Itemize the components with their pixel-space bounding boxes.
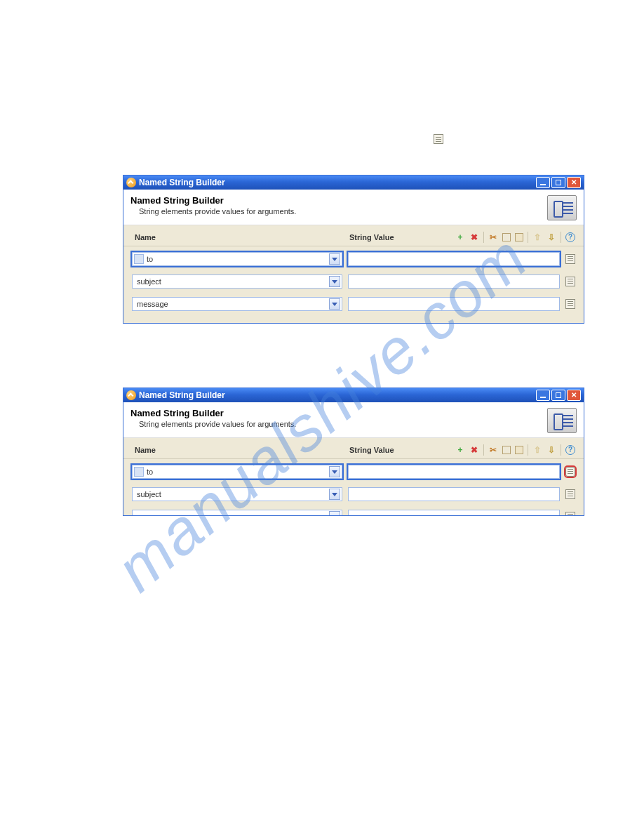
name-value: to (147, 255, 153, 263)
table-row[interactable]: message (132, 297, 575, 311)
separator (561, 232, 561, 243)
separator (528, 444, 528, 456)
table-row[interactable]: to (132, 252, 575, 266)
paste-icon[interactable] (515, 233, 523, 241)
window-title: Named String Builder (139, 178, 225, 187)
browse-icon[interactable] (565, 277, 575, 286)
chevron-down-icon[interactable] (329, 466, 340, 477)
paste-icon[interactable] (515, 446, 523, 454)
copy-icon[interactable] (502, 446, 511, 454)
name-value: subject (134, 490, 161, 498)
checklist-icon (547, 195, 577, 220)
table-row[interactable]: to (132, 465, 575, 479)
move-up-icon[interactable]: ⇧ (532, 445, 542, 455)
close-button[interactable] (567, 177, 581, 188)
app-icon (126, 178, 136, 187)
move-down-icon[interactable]: ⇩ (546, 232, 556, 242)
add-icon[interactable]: + (455, 232, 465, 242)
browse-icon[interactable] (565, 299, 575, 309)
help-icon[interactable]: ? (565, 445, 575, 455)
close-button[interactable] (567, 390, 581, 401)
browse-icon[interactable] (565, 489, 575, 499)
chevron-down-icon[interactable] (329, 489, 340, 500)
grid-icon-inline (434, 132, 443, 145)
chevron-down-icon[interactable] (329, 511, 340, 516)
row-icon (134, 254, 144, 264)
copy-icon[interactable] (502, 233, 511, 241)
browse-icon[interactable] (565, 254, 575, 264)
column-value: String Value (349, 446, 441, 454)
separator (528, 232, 528, 243)
value-input[interactable] (348, 510, 560, 516)
table-row[interactable]: subject (132, 487, 575, 501)
panel-header: Named String Builder String elements pro… (123, 402, 584, 438)
value-input[interactable] (348, 487, 560, 501)
chevron-down-icon[interactable] (329, 276, 340, 287)
name-dropdown[interactable]: message (132, 510, 342, 516)
panel-heading: Named String Builder (130, 195, 296, 206)
maximize-button[interactable] (551, 390, 565, 401)
help-icon[interactable]: ? (565, 232, 575, 242)
add-icon[interactable]: + (455, 445, 465, 455)
name-value: to (147, 468, 153, 476)
app-icon (126, 390, 136, 400)
minimize-button[interactable] (536, 390, 550, 401)
maximize-button[interactable] (551, 177, 565, 188)
separator (561, 444, 561, 456)
toolbar: + ✖ ✂ ⇧ ⇩ ? (455, 444, 575, 456)
value-input[interactable] (348, 252, 560, 266)
delete-icon[interactable]: ✖ (469, 445, 479, 455)
move-up-icon[interactable]: ⇧ (532, 232, 542, 242)
dialog-named-string-builder-1: Named String Builder Named String Builde… (123, 175, 584, 324)
name-dropdown[interactable]: subject (132, 487, 342, 501)
column-headers: Name String Value + ✖ ✂ ⇧ ⇩ ? (123, 228, 584, 246)
name-dropdown[interactable]: message (132, 297, 342, 311)
checklist-icon (547, 408, 577, 433)
separator (483, 444, 484, 456)
cut-icon[interactable]: ✂ (488, 445, 498, 455)
cut-icon[interactable]: ✂ (488, 232, 498, 242)
column-headers: Name String Value + ✖ ✂ ⇧ ⇩ ? (123, 441, 584, 459)
name-value: subject (134, 277, 161, 286)
value-input[interactable] (348, 297, 560, 311)
panel-heading: Named String Builder (130, 408, 296, 418)
delete-icon[interactable]: ✖ (469, 232, 479, 242)
chevron-down-icon[interactable] (329, 298, 340, 310)
browse-icon[interactable] (565, 512, 575, 516)
column-value: String Value (349, 233, 441, 241)
column-name: Name (132, 446, 349, 454)
name-value: message (134, 512, 168, 516)
table-row[interactable]: message (132, 510, 575, 516)
table-row[interactable]: subject (132, 274, 575, 289)
chevron-down-icon[interactable] (329, 253, 340, 265)
panel-subheading: String elements provide values for argum… (130, 420, 296, 428)
panel-header: Named String Builder String elements pro… (123, 190, 584, 225)
window-title: Named String Builder (139, 390, 225, 400)
value-input[interactable] (348, 274, 560, 289)
panel-subheading: String elements provide values for argum… (130, 207, 296, 216)
name-dropdown[interactable]: to (132, 252, 342, 266)
minimize-button[interactable] (536, 177, 550, 188)
value-input[interactable] (348, 465, 560, 479)
dialog-named-string-builder-2: Named String Builder Named String Builde… (123, 388, 584, 516)
titlebar[interactable]: Named String Builder (123, 176, 584, 190)
column-name: Name (132, 233, 349, 241)
titlebar[interactable]: Named String Builder (123, 388, 584, 402)
browse-icon[interactable] (565, 467, 575, 477)
name-dropdown[interactable]: subject (132, 274, 342, 289)
name-value: message (134, 300, 168, 308)
name-dropdown[interactable]: to (132, 465, 342, 479)
separator (483, 232, 484, 243)
move-down-icon[interactable]: ⇩ (546, 445, 556, 455)
toolbar: + ✖ ✂ ⇧ ⇩ ? (455, 232, 575, 243)
row-icon (134, 467, 144, 477)
